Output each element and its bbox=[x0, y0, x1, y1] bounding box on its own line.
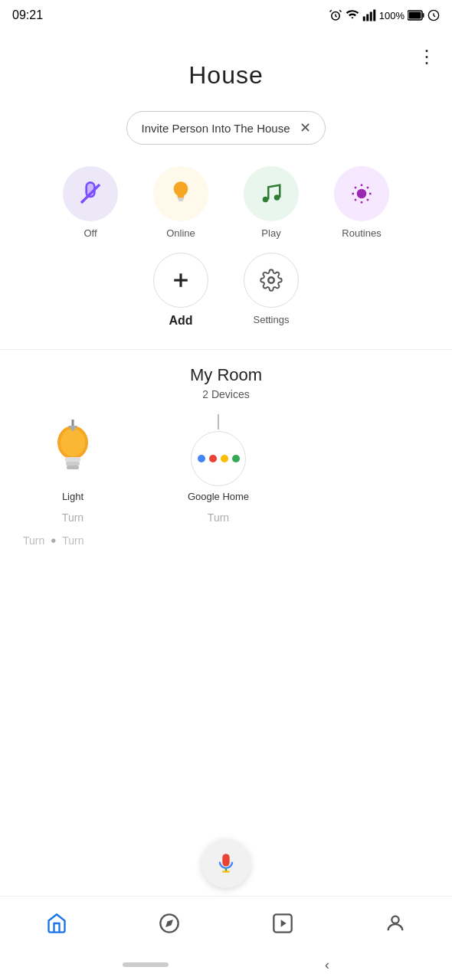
off-icon bbox=[78, 181, 103, 206]
action-settings-label: Settings bbox=[254, 314, 290, 325]
invite-chip-label: Invite Person Into The House bbox=[141, 122, 290, 135]
voice-button-wrap bbox=[201, 839, 251, 888]
svg-rect-10 bbox=[178, 198, 184, 200]
device-light-action: Turn bbox=[62, 511, 84, 524]
action-settings-circle bbox=[244, 253, 299, 308]
action-routines-circle bbox=[334, 166, 389, 221]
system-nav-bar: ‹ bbox=[0, 949, 452, 980]
room-subtitle: 2 Devices bbox=[23, 388, 429, 400]
action-play-circle bbox=[244, 166, 299, 221]
svg-rect-3 bbox=[370, 12, 372, 21]
svg-rect-6 bbox=[423, 13, 424, 18]
wifi-icon bbox=[346, 8, 359, 22]
svg-rect-4 bbox=[373, 10, 375, 21]
svg-point-14 bbox=[357, 189, 367, 199]
bottom-nav bbox=[0, 896, 452, 949]
svg-rect-11 bbox=[179, 200, 183, 201]
light-icon-wrap bbox=[38, 416, 107, 485]
google-home-wire bbox=[218, 414, 219, 430]
action-add[interactable]: Add bbox=[142, 253, 219, 328]
dot-yellow bbox=[221, 455, 228, 462]
action-add-label: Add bbox=[169, 314, 192, 328]
brightness-icon bbox=[350, 182, 373, 205]
sys-nav-back[interactable]: ‹ bbox=[325, 957, 329, 973]
signal-icon bbox=[362, 8, 376, 22]
svg-point-19 bbox=[61, 429, 85, 456]
action-online[interactable]: Online bbox=[142, 166, 219, 239]
dot-separator: • bbox=[51, 533, 56, 548]
action-off-label: Off bbox=[84, 227, 97, 239]
dot-green bbox=[232, 455, 240, 462]
device-google-home-label: Google Home bbox=[188, 491, 249, 502]
dots-status-icon bbox=[427, 9, 440, 21]
svg-rect-2 bbox=[366, 15, 368, 21]
svg-rect-22 bbox=[67, 466, 79, 469]
status-bar: 09:21 100% bbox=[0, 0, 452, 31]
nav-media[interactable] bbox=[260, 906, 306, 940]
svg-rect-21 bbox=[66, 462, 80, 466]
action-play-label: Play bbox=[261, 227, 280, 239]
action-online-circle bbox=[153, 166, 208, 221]
google-dots bbox=[198, 455, 240, 462]
svg-rect-20 bbox=[65, 457, 80, 462]
status-time: 09:21 bbox=[12, 8, 43, 22]
action-off[interactable]: Off bbox=[52, 166, 129, 239]
app-title: House bbox=[0, 61, 452, 90]
sys-nav-pill[interactable] bbox=[123, 962, 169, 967]
profile-nav-icon bbox=[385, 913, 406, 934]
quick-actions-grid: Off Online Play bbox=[0, 166, 452, 328]
compass-nav-icon bbox=[159, 913, 180, 934]
google-home-circle bbox=[191, 431, 246, 486]
home-nav-icon bbox=[46, 913, 67, 934]
action-play[interactable]: Play bbox=[233, 166, 310, 239]
action-routines-label: Routines bbox=[342, 227, 381, 239]
action-settings[interactable]: Settings bbox=[233, 253, 310, 328]
dot-red bbox=[209, 455, 217, 462]
add-icon bbox=[169, 269, 192, 292]
device-light[interactable]: Light Turn bbox=[23, 416, 123, 524]
room-title: My Room bbox=[23, 365, 429, 385]
mic-icon bbox=[215, 853, 237, 874]
turn-off-label[interactable]: Turn bbox=[23, 534, 44, 547]
devices-row: Light Turn bbox=[23, 416, 429, 524]
google-home-icon-wrap bbox=[184, 416, 253, 485]
turn-actions-row: Turn • Turn bbox=[23, 533, 429, 548]
room-section: My Room 2 Devices bbox=[0, 350, 452, 548]
music-icon bbox=[260, 182, 283, 205]
device-light-actions: Turn bbox=[62, 507, 84, 524]
invite-chip-wrapper: Invite Person Into The House ✕ bbox=[0, 111, 452, 145]
voice-button[interactable] bbox=[201, 839, 251, 888]
svg-marker-28 bbox=[165, 920, 173, 927]
action-routines[interactable]: Routines bbox=[323, 166, 400, 239]
svg-point-31 bbox=[392, 916, 399, 923]
device-light-label: Light bbox=[62, 491, 84, 502]
status-icons: 100% bbox=[329, 8, 440, 22]
nav-profile[interactable] bbox=[372, 906, 418, 940]
more-options-button[interactable]: ⋮ bbox=[418, 46, 437, 67]
gear-icon bbox=[260, 269, 283, 292]
nav-home[interactable] bbox=[34, 906, 80, 940]
action-off-circle bbox=[63, 166, 118, 221]
action-online-label: Online bbox=[166, 227, 195, 239]
svg-point-17 bbox=[268, 277, 274, 283]
bulb-icon bbox=[169, 180, 193, 207]
device-google-home-actions: Turn bbox=[208, 507, 229, 524]
alarm-icon bbox=[329, 8, 342, 22]
battery-text: 100% bbox=[379, 10, 405, 21]
invite-chip-close[interactable]: ✕ bbox=[300, 119, 311, 136]
nav-discover[interactable] bbox=[146, 906, 192, 940]
action-add-circle bbox=[153, 253, 208, 308]
device-google-home[interactable]: Google Home Turn bbox=[169, 416, 268, 524]
lightbulb-icon bbox=[48, 420, 97, 481]
svg-rect-7 bbox=[409, 12, 421, 19]
media-nav-icon bbox=[272, 913, 293, 934]
svg-point-13 bbox=[274, 194, 280, 201]
battery-icon bbox=[408, 10, 424, 21]
svg-point-12 bbox=[263, 197, 269, 203]
turn-on-label[interactable]: Turn bbox=[62, 534, 84, 547]
svg-rect-1 bbox=[363, 17, 365, 21]
dot-blue bbox=[198, 455, 205, 462]
svg-marker-30 bbox=[280, 920, 286, 926]
device-google-home-action: Turn bbox=[208, 511, 229, 524]
invite-chip[interactable]: Invite Person Into The House ✕ bbox=[126, 111, 325, 145]
